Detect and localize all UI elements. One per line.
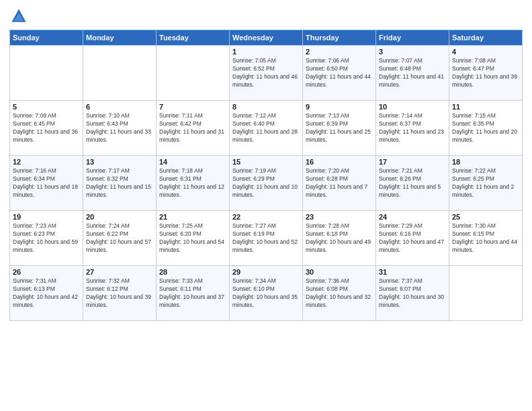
day-cell: 30Sunrise: 7:36 AMSunset: 6:08 PMDayligh… xyxy=(303,266,376,321)
day-number: 9 xyxy=(306,103,373,111)
day-info: Sunrise: 7:08 AMSunset: 6:47 PMDaylight:… xyxy=(452,57,519,89)
day-number: 22 xyxy=(232,213,300,221)
day-cell: 29Sunrise: 7:34 AMSunset: 6:10 PMDayligh… xyxy=(230,266,303,321)
day-number: 27 xyxy=(86,268,153,276)
day-info: Sunrise: 7:07 AMSunset: 6:48 PMDaylight:… xyxy=(379,57,446,89)
day-info: Sunrise: 7:31 AMSunset: 6:13 PMDaylight:… xyxy=(13,277,80,310)
day-cell: 18Sunrise: 7:22 AMSunset: 6:25 PMDayligh… xyxy=(449,156,523,211)
day-cell: 17Sunrise: 7:21 AMSunset: 6:26 PMDayligh… xyxy=(376,156,449,211)
day-info: Sunrise: 7:09 AMSunset: 6:45 PMDaylight:… xyxy=(13,112,80,144)
day-cell: 31Sunrise: 7:37 AMSunset: 6:07 PMDayligh… xyxy=(376,266,449,321)
day-cell: 22Sunrise: 7:27 AMSunset: 6:19 PMDayligh… xyxy=(230,211,303,266)
day-number: 26 xyxy=(13,268,80,276)
day-number: 25 xyxy=(452,213,519,221)
day-cell xyxy=(449,266,523,321)
day-number: 4 xyxy=(452,48,519,56)
day-info: Sunrise: 7:20 AMSunset: 6:28 PMDaylight:… xyxy=(306,167,373,199)
day-cell xyxy=(83,46,157,101)
day-number: 11 xyxy=(452,103,519,111)
day-info: Sunrise: 7:19 AMSunset: 6:29 PMDaylight:… xyxy=(232,167,300,199)
day-cell: 6Sunrise: 7:10 AMSunset: 6:43 PMDaylight… xyxy=(83,101,157,156)
day-number: 15 xyxy=(232,158,300,166)
day-cell: 3Sunrise: 7:07 AMSunset: 6:48 PMDaylight… xyxy=(376,46,449,101)
day-info: Sunrise: 7:10 AMSunset: 6:43 PMDaylight:… xyxy=(86,112,153,144)
day-info: Sunrise: 7:34 AMSunset: 6:10 PMDaylight:… xyxy=(232,277,300,310)
day-info: Sunrise: 7:16 AMSunset: 6:34 PMDaylight:… xyxy=(13,167,80,199)
day-number: 29 xyxy=(232,268,300,276)
day-number: 19 xyxy=(13,213,80,221)
day-cell: 10Sunrise: 7:14 AMSunset: 6:37 PMDayligh… xyxy=(376,101,449,156)
day-cell: 8Sunrise: 7:12 AMSunset: 6:40 PMDaylight… xyxy=(230,101,303,156)
day-header-wednesday: Wednesday xyxy=(230,30,303,46)
day-cell: 25Sunrise: 7:30 AMSunset: 6:15 PMDayligh… xyxy=(449,211,523,266)
day-info: Sunrise: 7:32 AMSunset: 6:12 PMDaylight:… xyxy=(86,277,153,310)
day-cell: 1Sunrise: 7:05 AMSunset: 6:52 PMDaylight… xyxy=(230,46,303,101)
day-info: Sunrise: 7:30 AMSunset: 6:15 PMDaylight:… xyxy=(452,222,519,255)
week-row-0: 1Sunrise: 7:05 AMSunset: 6:52 PMDaylight… xyxy=(10,46,523,101)
day-header-saturday: Saturday xyxy=(449,30,523,46)
day-number: 20 xyxy=(86,213,153,221)
day-header-tuesday: Tuesday xyxy=(157,30,230,46)
day-number: 17 xyxy=(379,158,446,166)
day-info: Sunrise: 7:06 AMSunset: 6:50 PMDaylight:… xyxy=(306,57,373,89)
day-info: Sunrise: 7:15 AMSunset: 6:35 PMDaylight:… xyxy=(452,112,519,144)
day-number: 1 xyxy=(232,48,300,56)
day-cell: 9Sunrise: 7:13 AMSunset: 6:39 PMDaylight… xyxy=(303,101,376,156)
day-info: Sunrise: 7:23 AMSunset: 6:23 PMDaylight:… xyxy=(13,222,80,255)
day-cell: 14Sunrise: 7:18 AMSunset: 6:31 PMDayligh… xyxy=(157,156,230,211)
day-info: Sunrise: 7:36 AMSunset: 6:08 PMDaylight:… xyxy=(306,277,373,310)
day-cell: 19Sunrise: 7:23 AMSunset: 6:23 PMDayligh… xyxy=(10,211,83,266)
day-cell: 12Sunrise: 7:16 AMSunset: 6:34 PMDayligh… xyxy=(10,156,83,211)
day-cell: 24Sunrise: 7:29 AMSunset: 6:16 PMDayligh… xyxy=(376,211,449,266)
day-info: Sunrise: 7:13 AMSunset: 6:39 PMDaylight:… xyxy=(306,112,373,144)
day-info: Sunrise: 7:17 AMSunset: 6:32 PMDaylight:… xyxy=(86,167,153,199)
day-cell: 26Sunrise: 7:31 AMSunset: 6:13 PMDayligh… xyxy=(10,266,83,321)
day-header-thursday: Thursday xyxy=(303,30,376,46)
day-cell xyxy=(157,46,230,101)
day-info: Sunrise: 7:29 AMSunset: 6:16 PMDaylight:… xyxy=(379,222,446,255)
day-info: Sunrise: 7:37 AMSunset: 6:07 PMDaylight:… xyxy=(379,277,446,310)
day-info: Sunrise: 7:25 AMSunset: 6:20 PMDaylight:… xyxy=(159,222,226,255)
day-cell: 16Sunrise: 7:20 AMSunset: 6:28 PMDayligh… xyxy=(303,156,376,211)
week-row-1: 5Sunrise: 7:09 AMSunset: 6:45 PMDaylight… xyxy=(10,101,523,156)
day-number: 24 xyxy=(379,213,446,221)
day-number: 31 xyxy=(379,268,446,276)
day-number: 8 xyxy=(232,103,300,111)
day-number: 13 xyxy=(86,158,153,166)
day-header-sunday: Sunday xyxy=(10,30,83,46)
day-number: 12 xyxy=(13,158,80,166)
header xyxy=(9,7,523,26)
week-row-3: 19Sunrise: 7:23 AMSunset: 6:23 PMDayligh… xyxy=(10,211,523,266)
day-info: Sunrise: 7:11 AMSunset: 6:42 PMDaylight:… xyxy=(159,112,226,144)
day-number: 6 xyxy=(86,103,153,111)
day-info: Sunrise: 7:28 AMSunset: 6:18 PMDaylight:… xyxy=(306,222,373,255)
day-number: 21 xyxy=(159,213,226,221)
day-header-friday: Friday xyxy=(376,30,449,46)
day-cell: 13Sunrise: 7:17 AMSunset: 6:32 PMDayligh… xyxy=(83,156,157,211)
logo xyxy=(9,7,31,26)
day-info: Sunrise: 7:33 AMSunset: 6:11 PMDaylight:… xyxy=(159,277,226,310)
day-info: Sunrise: 7:14 AMSunset: 6:37 PMDaylight:… xyxy=(379,112,446,144)
day-number: 14 xyxy=(159,158,226,166)
day-number: 30 xyxy=(306,268,373,276)
day-header-monday: Monday xyxy=(83,30,157,46)
day-cell: 7Sunrise: 7:11 AMSunset: 6:42 PMDaylight… xyxy=(157,101,230,156)
day-info: Sunrise: 7:21 AMSunset: 6:26 PMDaylight:… xyxy=(379,167,446,199)
day-info: Sunrise: 7:27 AMSunset: 6:19 PMDaylight:… xyxy=(232,222,300,255)
logo-icon xyxy=(9,7,28,26)
day-cell xyxy=(10,46,83,101)
day-cell: 5Sunrise: 7:09 AMSunset: 6:45 PMDaylight… xyxy=(10,101,83,156)
day-info: Sunrise: 7:18 AMSunset: 6:31 PMDaylight:… xyxy=(159,167,226,199)
day-info: Sunrise: 7:24 AMSunset: 6:22 PMDaylight:… xyxy=(86,222,153,255)
day-info: Sunrise: 7:05 AMSunset: 6:52 PMDaylight:… xyxy=(232,57,300,89)
page: SundayMondayTuesdayWednesdayThursdayFrid… xyxy=(0,0,532,411)
day-cell: 20Sunrise: 7:24 AMSunset: 6:22 PMDayligh… xyxy=(83,211,157,266)
day-cell: 2Sunrise: 7:06 AMSunset: 6:50 PMDaylight… xyxy=(303,46,376,101)
day-cell: 15Sunrise: 7:19 AMSunset: 6:29 PMDayligh… xyxy=(230,156,303,211)
day-cell: 4Sunrise: 7:08 AMSunset: 6:47 PMDaylight… xyxy=(449,46,523,101)
day-number: 7 xyxy=(159,103,226,111)
day-cell: 23Sunrise: 7:28 AMSunset: 6:18 PMDayligh… xyxy=(303,211,376,266)
day-cell: 28Sunrise: 7:33 AMSunset: 6:11 PMDayligh… xyxy=(157,266,230,321)
week-row-4: 26Sunrise: 7:31 AMSunset: 6:13 PMDayligh… xyxy=(10,266,523,321)
calendar: SundayMondayTuesdayWednesdayThursdayFrid… xyxy=(9,30,523,321)
